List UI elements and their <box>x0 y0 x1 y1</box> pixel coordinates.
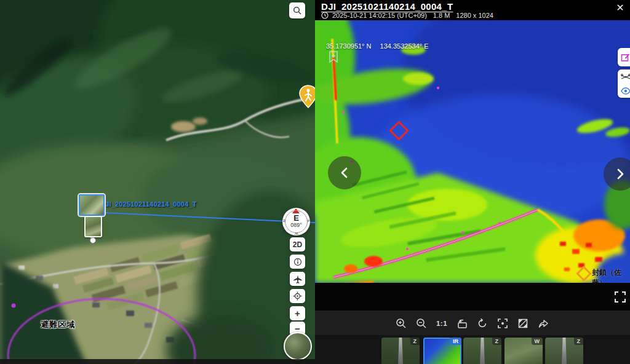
map-locate-button[interactable] <box>290 289 305 303</box>
zoom-in-icon <box>396 318 407 329</box>
close-button[interactable]: ✕ <box>614 1 626 14</box>
photo-filesize: 1.8 M <box>433 12 450 19</box>
info-icon <box>293 258 302 266</box>
bookmark-add-icon[interactable] <box>329 51 338 63</box>
zoom-out-button[interactable] <box>415 317 428 330</box>
viewer-letterbox <box>315 283 630 314</box>
walking-person-pin[interactable] <box>298 84 315 109</box>
thermal-photo[interactable]: 35.1730951° N 134.3532534° E 封鎖（佐藤） <box>315 20 630 283</box>
photo-marker-anchor <box>90 237 96 243</box>
photo-marker-selected[interactable] <box>79 194 105 216</box>
hide-annotations-icon <box>517 318 528 329</box>
photo-view-options <box>618 69 630 98</box>
reset-view-icon <box>457 318 468 329</box>
thumbnail-zoom-photo[interactable]: Z <box>381 338 420 364</box>
focus-center-icon <box>497 318 508 329</box>
thumbnail-zoom-photo[interactable]: Z <box>545 338 583 364</box>
thumbnail-wide-photo[interactable]: W <box>504 338 543 364</box>
map-bottom-strip <box>0 359 315 364</box>
hide-annotations-button[interactable] <box>517 317 529 330</box>
thumbnail-zoom-photo[interactable]: Z <box>463 338 501 364</box>
actual-size-button[interactable]: 1:1 <box>436 317 448 330</box>
search-icon <box>293 6 301 15</box>
map-search-button[interactable] <box>289 2 305 18</box>
drone-icon[interactable] <box>621 73 630 81</box>
share-forward-icon <box>538 318 549 329</box>
thumbnail-type-badge: W <box>532 338 543 345</box>
zoom-in-label: + <box>295 308 300 318</box>
rotate-button[interactable] <box>476 317 488 330</box>
map-zoom-in-button[interactable]: + <box>290 306 305 320</box>
map-3d-panel[interactable]: DJI_20251021140214_0004_T 避難区域 <box>0 0 315 364</box>
visibility-eye-icon[interactable] <box>621 87 630 95</box>
photo-viewer-panel: DJI_20251021140214_0004_T ✕ 2025-10-21 1… <box>315 0 630 364</box>
zoom-out-icon <box>416 318 427 329</box>
photo-title[interactable]: DJI_20251021140214_0004_T <box>321 1 453 12</box>
compass-ring-w: W <box>295 232 298 235</box>
rotate-icon <box>477 318 488 329</box>
map-layer-switch[interactable] <box>284 332 312 360</box>
map-2d-label: 2D <box>293 240 302 249</box>
photo-meta-row: 2025-10-21 14:02:15 (UTC+09) 1.8 M 1280 … <box>321 12 493 19</box>
photo-thumbnail-strip: Z IR Z W Z <box>315 335 630 364</box>
viewer-toolbar: 1:1 <box>395 312 630 334</box>
photo-coordinates: 35.1730951° N 134.3532534° E <box>326 42 429 50</box>
thumbnail-type-badge: Z <box>492 338 502 345</box>
zoom-in-button[interactable] <box>395 317 407 330</box>
focus-center-button[interactable] <box>496 317 509 330</box>
fullscreen-icon[interactable] <box>614 291 626 303</box>
compass[interactable]: E 089° N S W <box>282 208 310 235</box>
longitude-value: 134.3532534° E <box>380 42 429 50</box>
photo-resolution: 1280 x 1024 <box>456 12 493 19</box>
latitude-value: 35.1730951° N <box>326 42 372 50</box>
drone-survey-app: DJI_20251021140214_0004_T 避難区域 <box>0 0 630 364</box>
map-photo-label[interactable]: DJI_20251021140214_0004_T <box>100 200 197 208</box>
share-button[interactable] <box>537 317 549 330</box>
airplane-icon <box>293 274 303 284</box>
map-2d-toggle[interactable]: 2D <box>290 237 305 251</box>
reset-view-button[interactable] <box>456 317 468 330</box>
thumbnail-ir-photo-selected[interactable]: IR <box>423 338 461 364</box>
map-terrain <box>0 0 315 364</box>
compass-ring-s: S <box>306 220 310 222</box>
photo-timestamp: 2025-10-21 14:02:15 (UTC+09) <box>332 12 427 19</box>
annotate-photo-button[interactable] <box>618 48 630 66</box>
clock-icon <box>321 12 329 19</box>
photo-marker[interactable] <box>84 216 102 237</box>
thumbnail-type-badge: Z <box>574 338 584 345</box>
chevron-left-icon <box>340 167 349 179</box>
chevron-right-icon <box>615 168 625 180</box>
evacuation-zone-label: 避難区域 <box>41 319 75 330</box>
compass-heading: 089° <box>282 222 310 228</box>
ratio-label: 1:1 <box>436 320 447 327</box>
thermal-imagery <box>315 20 630 283</box>
map-info-button[interactable] <box>290 255 305 269</box>
thumbnail-type-badge: Z <box>410 338 420 345</box>
close-icon: ✕ <box>616 2 624 14</box>
locate-icon <box>293 291 302 301</box>
thumbnail-type-badge: IR <box>450 338 461 345</box>
edit-annotation-icon <box>621 53 630 62</box>
map-flight-button[interactable] <box>290 272 305 286</box>
blockade-annotation-label[interactable]: 封鎖（佐藤） <box>592 267 630 283</box>
compass-ring-n: N <box>282 220 286 222</box>
previous-photo-button[interactable] <box>328 156 361 189</box>
